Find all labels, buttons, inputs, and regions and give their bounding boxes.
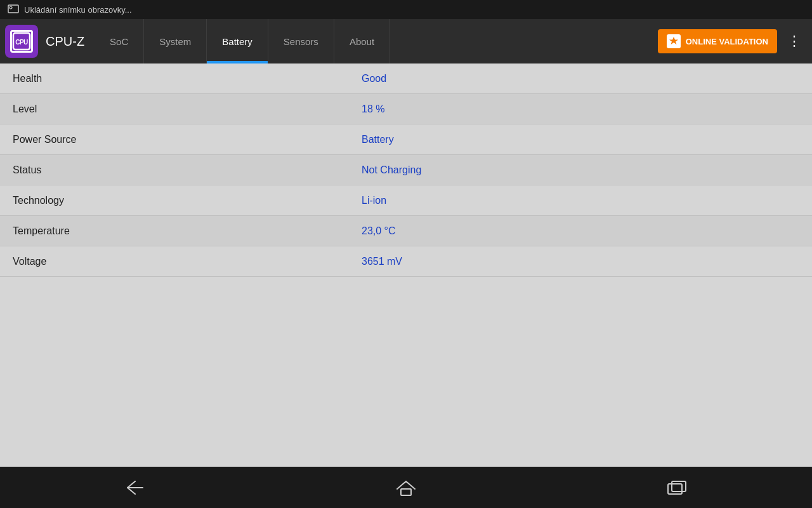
- validation-icon: [667, 34, 681, 48]
- screenshot-icon: [8, 4, 19, 15]
- recents-button[interactable]: [640, 472, 714, 503]
- table-row: Level18 %: [0, 94, 812, 124]
- home-button[interactable]: [369, 472, 443, 503]
- row-label: Voltage: [0, 246, 349, 276]
- table-row: StatusNot Charging: [0, 155, 812, 185]
- tab-bar: SoC System Battery Sensors About: [95, 19, 658, 64]
- online-validation-button[interactable]: ONLINE VALIDATION: [658, 29, 777, 53]
- table-row: Voltage3651 mV: [0, 246, 812, 277]
- system-bar: Ukládání snímku obrazovky...: [0, 0, 812, 19]
- content-area: HealthGoodLevel18 %Power SourceBatterySt…: [0, 64, 812, 467]
- svg-rect-7: [672, 481, 686, 491]
- row-value: 3651 mV: [349, 246, 812, 276]
- toolbar-right: ONLINE VALIDATION ⋮: [658, 28, 812, 55]
- row-value: Not Charging: [349, 155, 812, 185]
- svg-text:CPU: CPU: [15, 39, 28, 46]
- back-button[interactable]: [98, 472, 172, 503]
- tab-sensors[interactable]: Sensors: [268, 19, 334, 64]
- svg-point-1: [10, 6, 12, 9]
- row-label: Level: [0, 94, 349, 124]
- app-bar: CPU CPU-Z SoC System Battery Sensors Abo…: [0, 19, 812, 64]
- app-title: CPU-Z: [46, 34, 84, 49]
- row-value: Good: [349, 64, 812, 93]
- table-row: TechnologyLi-ion: [0, 185, 812, 216]
- nav-bar: [0, 467, 812, 508]
- system-bar-content: Ukládání snímku obrazovky...: [8, 4, 132, 15]
- table-row: HealthGood: [0, 64, 812, 94]
- table-row: Temperature23,0 °C: [0, 216, 812, 246]
- tab-battery[interactable]: Battery: [207, 19, 268, 64]
- row-value: 23,0 °C: [349, 216, 812, 246]
- tab-soc[interactable]: SoC: [95, 19, 144, 64]
- battery-info-table: HealthGoodLevel18 %Power SourceBatterySt…: [0, 64, 812, 277]
- system-bar-text: Ukládání snímku obrazovky...: [24, 5, 132, 15]
- validation-label: ONLINE VALIDATION: [686, 37, 768, 46]
- svg-rect-5: [401, 489, 411, 495]
- row-label: Temperature: [0, 216, 349, 246]
- svg-rect-6: [668, 484, 682, 494]
- row-label: Status: [0, 155, 349, 185]
- table-row: Power SourceBattery: [0, 124, 812, 155]
- row-label: Health: [0, 64, 349, 93]
- row-value: 18 %: [349, 94, 812, 124]
- row-label: Power Source: [0, 124, 349, 154]
- row-label: Technology: [0, 185, 349, 215]
- tab-about[interactable]: About: [334, 19, 390, 64]
- row-value: Battery: [349, 124, 812, 154]
- row-value: Li-ion: [349, 185, 812, 215]
- more-options-icon[interactable]: ⋮: [782, 28, 807, 55]
- app-logo: CPU: [5, 25, 38, 58]
- app-logo-text: CPU: [10, 30, 33, 53]
- tab-system[interactable]: System: [144, 19, 207, 64]
